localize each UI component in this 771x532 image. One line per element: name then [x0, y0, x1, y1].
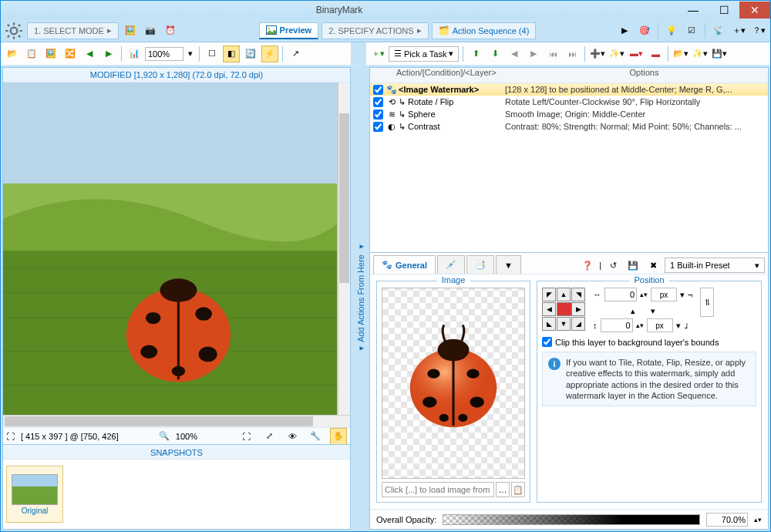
window-minimize-button[interactable]: —	[678, 2, 709, 19]
window-maximize-button[interactable]: ☐	[709, 2, 739, 19]
layout-split-icon[interactable]: ◧	[223, 45, 240, 62]
action-enabled-checkbox[interactable]	[373, 85, 383, 95]
action-enabled-checkbox[interactable]	[373, 122, 383, 132]
target-icon[interactable]: 🎯	[636, 22, 653, 39]
mode-camera-icon[interactable]: 📷	[142, 22, 159, 39]
snapshot-original[interactable]: Original	[6, 466, 63, 523]
export-icon[interactable]: ↗	[287, 45, 304, 62]
title-bar: BinaryMark — ☐ ✕	[1, 1, 770, 19]
pan-hand-icon[interactable]: ✋	[330, 428, 347, 445]
snap-bottom-icon[interactable]: ˩	[684, 321, 688, 331]
status-zoom: 100%	[176, 432, 197, 441]
browse-button[interactable]: …	[496, 482, 510, 497]
wrench-icon[interactable]: 🔧	[307, 428, 324, 445]
tab-filter[interactable]: ▼	[496, 255, 521, 274]
tab-general[interactable]: 🐾 General	[373, 255, 436, 274]
pic-icon[interactable]: 🖼️	[42, 45, 59, 62]
window-close-button[interactable]: ✕	[739, 2, 770, 19]
lightbulb-icon[interactable]: 💡	[663, 22, 680, 39]
redo-icon[interactable]: ▶	[525, 45, 542, 62]
save2-icon[interactable]: 💾	[625, 257, 641, 274]
move-down-icon[interactable]: ⬇	[487, 45, 503, 62]
help-icon[interactable]: ？▾	[750, 22, 767, 39]
image-preview[interactable]	[3, 82, 338, 415]
add-action-icon[interactable]: ＋▾	[369, 45, 386, 62]
snap-right-icon[interactable]: ¬	[688, 290, 692, 299]
histogram-icon[interactable]: 📊	[126, 45, 143, 62]
open-icon[interactable]: 📂	[4, 45, 21, 62]
tab-action-sequence[interactable]: 🗂️ Action Sequence (4)	[432, 22, 537, 39]
zoom-dropdown-icon[interactable]: ▾	[186, 45, 195, 62]
add-effect-icon[interactable]: ✨▾	[608, 45, 625, 62]
flash-icon[interactable]: ⚡	[261, 45, 278, 62]
opacity-value-input[interactable]	[706, 513, 748, 527]
layout-1-icon[interactable]: ☐	[204, 45, 221, 62]
remove-icon[interactable]: ▬▾	[628, 45, 645, 62]
y-unit-select[interactable]	[647, 318, 673, 332]
prev-arrow-icon[interactable]: ◀	[81, 45, 98, 62]
tab-preview[interactable]: Preview	[259, 22, 319, 39]
link-xy-button[interactable]: ⥮	[700, 288, 714, 317]
action-options: Rotate Left/Counter-Clockwise 90°, Flip …	[505, 97, 765, 106]
action-name: ↳ Rotate / Flip	[397, 97, 505, 107]
mode-files-icon[interactable]: 🖼️	[122, 22, 139, 39]
collapse-down-icon[interactable]: ▾	[651, 306, 655, 314]
tab-eyedropper[interactable]: 💉	[437, 255, 465, 274]
action-row-sphere[interactable]: ≋ ↳ Sphere Smooth Image; Origin: Middle-…	[370, 108, 768, 120]
paste-icon[interactable]: 📋	[23, 45, 40, 62]
image-info-label: MODIFIED [1,920 x 1,280] (72.0 dpi, 72.0…	[3, 68, 350, 82]
action-row-rotate-flip[interactable]: ⟲ ↳ Rotate / Flip Rotate Left/Counter-Cl…	[370, 96, 768, 108]
pick-a-task-dropdown[interactable]: ☰Pick a Task▾	[389, 46, 459, 62]
anchor-grid[interactable]: ◤▲◥ ◀▶ ◣▼◢	[542, 288, 585, 331]
watermark-image-preview[interactable]	[382, 288, 525, 479]
zoom-input[interactable]	[145, 47, 183, 61]
move-up-icon[interactable]: ⬆	[467, 45, 484, 62]
online-icon[interactable]: 📡	[710, 22, 727, 39]
preview-horizontal-scrollbar[interactable]	[3, 415, 350, 427]
action-enabled-checkbox[interactable]	[373, 109, 383, 120]
x-offset-input[interactable]	[604, 288, 637, 301]
help2-icon[interactable]: ❓	[579, 257, 596, 274]
anchor-center-selected[interactable]	[557, 302, 572, 316]
delete-icon[interactable]: ✖	[645, 257, 662, 274]
undo-icon[interactable]: ◀	[506, 45, 523, 62]
image-path-input[interactable]	[382, 482, 494, 497]
clear-icon[interactable]: ▬	[647, 45, 664, 62]
skip-back-icon[interactable]: ⏮	[544, 45, 561, 62]
info-icon: i	[547, 357, 561, 371]
tab-copy[interactable]: 📑	[466, 255, 494, 274]
preset-dropdown[interactable]: 1 Built-in Preset▾	[665, 258, 765, 273]
reset-icon[interactable]: ↺	[604, 257, 621, 274]
settings-gear-icon[interactable]	[4, 21, 24, 41]
open-seq-icon[interactable]: 📂▾	[672, 45, 689, 62]
new-seq-icon[interactable]: ✨▾	[692, 45, 709, 62]
mode-schedule-icon[interactable]: ⏰	[162, 22, 179, 39]
opacity-slider[interactable]	[443, 514, 700, 525]
paw-icon: 🐾	[382, 260, 392, 270]
action-row-contrast[interactable]: ◐ ↳ Contrast Contrast: 80%; Strength: No…	[370, 120, 768, 133]
fullscreen-icon[interactable]: ⤢	[261, 428, 278, 445]
fit-icon[interactable]: ⛶	[237, 428, 254, 445]
run-icon[interactable]: ▶	[616, 22, 633, 39]
add-layer-icon[interactable]: ➕▾	[589, 45, 606, 62]
action-enabled-checkbox[interactable]	[373, 97, 383, 107]
checklist-icon[interactable]: ☑	[683, 22, 700, 39]
mid-gutter[interactable]: ◂ Add Actions From Here ◂	[352, 66, 368, 531]
paste-image-button[interactable]: 📋	[511, 482, 525, 497]
clip-checkbox[interactable]	[542, 337, 552, 347]
preview-vertical-scrollbar[interactable]	[338, 82, 350, 415]
collapse-up-icon[interactable]: ▴	[631, 306, 635, 314]
shuffle-icon[interactable]: 🔀	[62, 45, 79, 62]
add-menu-icon[interactable]: ＋▾	[730, 22, 747, 39]
skip-fwd-icon[interactable]: ⏭	[564, 45, 581, 62]
y-offset-input[interactable]	[601, 318, 633, 332]
next-arrow-icon[interactable]: ▶	[100, 45, 117, 62]
save-seq-icon[interactable]: 💾▾	[711, 45, 728, 62]
x-unit-select[interactable]	[651, 288, 677, 301]
action-list[interactable]: 🐾 <Image Watermark> [128 x 128] to be po…	[370, 83, 768, 253]
eyedropper-icon[interactable]: 👁	[284, 428, 301, 445]
step-2-specify-actions[interactable]: 2. SPECIFY ACTIONS ▸	[322, 22, 428, 39]
action-row-image-watermark[interactable]: 🐾 <Image Watermark> [128 x 128] to be po…	[370, 83, 768, 96]
refresh-icon[interactable]: 🔄	[242, 45, 259, 62]
step-1-select-mode[interactable]: 1. SELECT MODE ▸	[27, 22, 119, 39]
